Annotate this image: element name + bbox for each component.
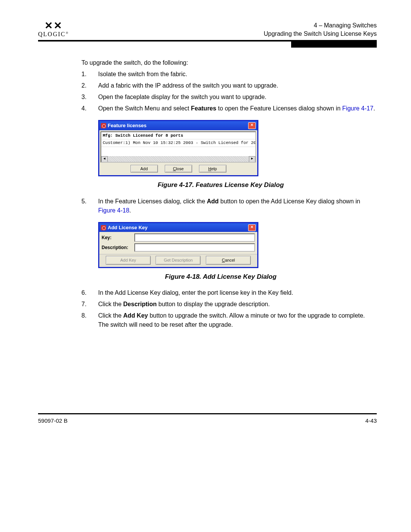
- dialog-title: Add License Key: [108, 224, 148, 232]
- scroll-left-icon[interactable]: ◄: [101, 156, 108, 163]
- step-text: Isolate the switch from the fabric.: [98, 70, 377, 79]
- step-number: 3.: [81, 93, 98, 102]
- license-list: Mfg: Switch Licensed for 8 ports Custome…: [100, 131, 256, 163]
- step-text: Add a fabric with the IP address of the …: [98, 81, 377, 90]
- figure-link[interactable]: Figure 4-18: [98, 207, 129, 214]
- steps-list: 6. In the Add License Key dialog, enter …: [81, 288, 377, 329]
- add-button[interactable]: Add: [131, 165, 158, 173]
- feature-licenses-dialog: Feature licenses × Mfg: Switch Licensed …: [98, 120, 258, 176]
- section-number: 4 – Managing Switches: [264, 21, 377, 30]
- list-item: Mfg: Switch Licensed for 8 ports: [101, 132, 255, 140]
- java-icon: [101, 123, 106, 128]
- page-number: 4-43: [365, 417, 377, 424]
- steps-list: 1. Isolate the switch from the fabric. 2…: [81, 70, 377, 113]
- step-text: Click the Add Key button to upgrade the …: [98, 311, 377, 329]
- step-number: 2.: [81, 81, 98, 90]
- titlebar: Feature licenses ×: [99, 121, 257, 130]
- key-label: Key:: [102, 234, 132, 241]
- java-icon: [101, 225, 106, 230]
- list-item: Customer:1) Mon Nov 10 15:32:25 2003 - S…: [101, 139, 255, 147]
- description-label: Description:: [102, 244, 132, 251]
- add-key-button[interactable]: Add Key: [106, 256, 151, 265]
- header-right: 4 – Managing Switches Upgrading the Swit…: [264, 21, 377, 38]
- step-text: In the Feature Licenses dialog, click th…: [98, 197, 377, 215]
- horizontal-scrollbar[interactable]: ◄ ►: [101, 156, 255, 162]
- step-number: 5.: [81, 197, 98, 215]
- get-description-button[interactable]: Get Description: [156, 256, 201, 265]
- steps-list: 5. In the Feature Licenses dialog, click…: [81, 197, 377, 215]
- step-number: 6.: [81, 288, 98, 297]
- step-number: 8.: [81, 311, 98, 329]
- add-license-key-dialog: Add License Key × Key: Description: Add: [98, 222, 258, 268]
- figure-caption: Figure 4-18. Add License Key Dialog: [65, 272, 377, 282]
- step-text: In the Add License Key dialog, enter the…: [98, 288, 377, 297]
- section-title: Upgrading the Switch Using License Keys: [264, 30, 377, 38]
- intro-text: To upgrade the switch, do the following:: [81, 58, 377, 67]
- figure-caption: Figure 4-17. Features License Key Dialog: [65, 180, 377, 190]
- step-text: Click the Description button to display …: [98, 300, 377, 309]
- figure-4-17: Feature licenses × Mfg: Switch Licensed …: [98, 120, 377, 176]
- page-footer: 59097-02 B 4-43: [38, 417, 377, 424]
- doc-id: 59097-02 B: [38, 417, 68, 424]
- step-number: 7.: [81, 300, 98, 309]
- step-number: 1.: [81, 70, 98, 79]
- help-button[interactable]: Help: [199, 165, 226, 173]
- logo-text: QLOGIC®: [38, 31, 69, 38]
- description-input[interactable]: [134, 243, 255, 252]
- close-icon[interactable]: ×: [248, 122, 256, 129]
- scroll-right-icon[interactable]: ►: [249, 156, 255, 163]
- cancel-button[interactable]: Cancel: [206, 256, 251, 265]
- body-content: To upgrade the switch, do the following:…: [81, 58, 377, 329]
- step-text: Open the Switch Menu and select Features…: [98, 104, 377, 113]
- page-header: ✕✕ QLOGIC® 4 – Managing Switches Upgradi…: [38, 21, 377, 38]
- key-input[interactable]: [134, 233, 255, 242]
- footer-rule: [38, 413, 377, 414]
- header-rule: [38, 40, 377, 48]
- figure-link[interactable]: Figure 4-17: [342, 105, 373, 112]
- logo-icon: ✕✕: [45, 21, 63, 31]
- titlebar: Add License Key ×: [99, 223, 257, 232]
- logo: ✕✕ QLOGIC®: [38, 21, 69, 38]
- close-button[interactable]: Close: [165, 165, 192, 173]
- close-icon[interactable]: ×: [248, 224, 256, 231]
- figure-4-18: Add License Key × Key: Description: Add: [98, 222, 377, 268]
- dialog-title: Feature licenses: [108, 122, 147, 129]
- step-text: Open the faceplate display for the switc…: [98, 93, 377, 102]
- step-number: 4.: [81, 104, 98, 113]
